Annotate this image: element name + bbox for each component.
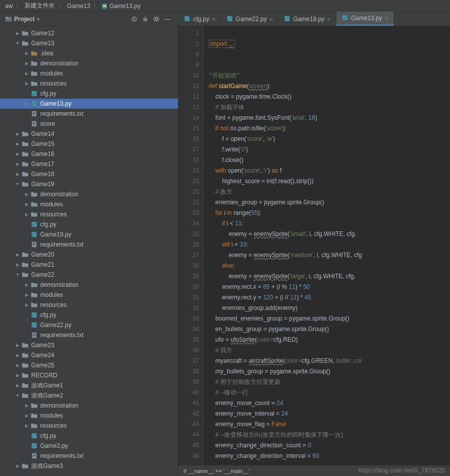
- code-line[interactable]: f.close(): [209, 155, 450, 166]
- expand-arrow-icon[interactable]: [14, 252, 21, 257]
- project-tree[interactable]: Game12Game13.ideademonstrationmodulesres…: [0, 26, 178, 476]
- expand-arrow-icon[interactable]: [23, 61, 30, 66]
- tree-node[interactable]: Game13.py: [0, 99, 178, 109]
- tree-node[interactable]: Game20: [0, 250, 178, 260]
- code-line[interactable]: import ...: [209, 39, 450, 49]
- code-line[interactable]: f = open('score', 'w'): [209, 134, 450, 144]
- tree-node[interactable]: cfg.py: [0, 310, 178, 320]
- tree-node[interactable]: Game13: [0, 38, 178, 48]
- tree-node[interactable]: requirements.txt: [0, 330, 178, 340]
- crumb-item[interactable]: 新建文件夹: [24, 2, 56, 10]
- expand-arrow-icon[interactable]: [14, 182, 21, 187]
- code-line[interactable]: enemy = enemySprite('small', i, cfg.WHIT…: [209, 229, 450, 240]
- expand-arrow-icon[interactable]: [23, 302, 30, 307]
- expand-arrow-icon[interactable]: [23, 413, 30, 418]
- tree-node[interactable]: 游戏Game2: [0, 390, 178, 401]
- code-line[interactable]: # 敌方: [209, 187, 450, 197]
- expand-arrow-icon[interactable]: [14, 172, 21, 177]
- code-line[interactable]: [209, 28, 450, 39]
- code-line[interactable]: # --改变移动方向(改变方向的同时集体下降一次): [209, 430, 450, 440]
- code-line[interactable]: enemy = enemySprite('medium', i, cfg.WHI…: [209, 250, 450, 261]
- code-line[interactable]: enemy.rect.y = 120 + (i // 11) * 45: [209, 292, 450, 303]
- expand-arrow-icon[interactable]: [23, 51, 30, 56]
- tree-node[interactable]: modules: [0, 68, 178, 78]
- tree-node[interactable]: requirements.txt: [0, 109, 178, 119]
- expand-arrow-icon[interactable]: [14, 31, 21, 36]
- tree-node[interactable]: resources: [0, 78, 178, 89]
- code-line[interactable]: en_bullets_group = pygame.sprite.Group(): [209, 324, 450, 335]
- code-line[interactable]: highest_score = int(f.read().strip()): [209, 176, 450, 187]
- expand-arrow-icon[interactable]: [23, 81, 30, 86]
- tree-node[interactable]: Game24: [0, 350, 178, 360]
- code-line[interactable]: boomed_enemies_group = pygame.sprite.Gro…: [209, 313, 450, 324]
- expand-arrow-icon[interactable]: [14, 383, 21, 388]
- expand-arrow-icon[interactable]: [14, 373, 21, 378]
- editor-tab[interactable]: Game22.py×: [221, 13, 279, 26]
- tree-node[interactable]: demonstration: [0, 58, 178, 68]
- tree-node[interactable]: 游戏Game1: [0, 380, 178, 390]
- tree-node[interactable]: Game23: [0, 340, 178, 350]
- code-line[interactable]: if not os.path.isfile('score'):: [209, 123, 450, 134]
- editor-tab[interactable]: cfg.py×: [178, 13, 221, 26]
- tree-node[interactable]: Game2.py: [0, 441, 178, 451]
- code-line[interactable]: if i < 11:: [209, 218, 450, 229]
- tree-node[interactable]: Game25: [0, 360, 178, 370]
- expand-arrow-icon[interactable]: [14, 393, 21, 398]
- tree-node[interactable]: requirements.txt: [0, 240, 178, 250]
- code-line[interactable]: ufo = ufoSprite(color=cfg.RED): [209, 335, 450, 345]
- minimize-icon[interactable]: —: [162, 14, 173, 25]
- tree-node[interactable]: requirements.txt: [0, 451, 178, 461]
- tree-node[interactable]: modules: [0, 290, 178, 300]
- code-line[interactable]: enemy.rect.x = 85 + (i % 11) * 50: [209, 282, 450, 292]
- expand-arrow-icon[interactable]: [14, 131, 21, 136]
- expand-arrow-icon[interactable]: [23, 212, 30, 217]
- close-icon[interactable]: ×: [212, 16, 216, 23]
- tree-node[interactable]: Game22: [0, 270, 178, 280]
- tree-node[interactable]: demonstration: [0, 189, 178, 199]
- expand-arrow-icon[interactable]: [14, 272, 21, 277]
- code-line[interactable]: clock = pygame.time.Clock(): [209, 92, 450, 102]
- tree-node[interactable]: Game19: [0, 179, 178, 189]
- expand-arrow-icon[interactable]: [23, 101, 30, 106]
- tree-node[interactable]: 游戏Game3: [0, 461, 178, 471]
- code-line[interactable]: myaircraft = aircraftSprite(color=cfg.GR…: [209, 356, 450, 366]
- tree-node[interactable]: Game12: [0, 28, 178, 38]
- expand-arrow-icon[interactable]: [23, 282, 30, 287]
- expand-arrow-icon[interactable]: [14, 363, 21, 368]
- editor-tab[interactable]: Game19.py×: [279, 13, 336, 26]
- code-line[interactable]: # 用于控制敌方位置更新: [209, 377, 450, 387]
- code-line[interactable]: # --移动一行: [209, 387, 450, 398]
- tree-node[interactable]: demonstration: [0, 401, 178, 411]
- code-line[interactable]: enemy_move_interval = 24: [209, 409, 450, 419]
- expand-arrow-icon[interactable]: [14, 151, 21, 156]
- crumb-item[interactable]: aw: [4, 3, 14, 10]
- close-icon[interactable]: ×: [385, 15, 389, 22]
- code-line[interactable]: with open('score', 'r') as f:: [209, 166, 450, 176]
- tree-node[interactable]: Game16: [0, 149, 178, 159]
- code-line[interactable]: else:: [209, 261, 450, 271]
- code-line[interactable]: [209, 60, 450, 70]
- tree-node[interactable]: demonstration: [0, 280, 178, 290]
- tree-node[interactable]: modules: [0, 199, 178, 209]
- expand-arrow-icon[interactable]: [23, 202, 30, 207]
- tree-node[interactable]: modules: [0, 411, 178, 421]
- tree-node[interactable]: Game19.py: [0, 229, 178, 240]
- tree-node[interactable]: resources: [0, 421, 178, 431]
- expand-arrow-icon[interactable]: [14, 141, 21, 146]
- tree-node[interactable]: cfg.py: [0, 431, 178, 441]
- tree-node[interactable]: Game22.py: [0, 320, 178, 330]
- tree-node[interactable]: resources: [0, 300, 178, 310]
- tree-node[interactable]: RECORD: [0, 370, 178, 380]
- code-line[interactable]: enemy_change_direction_count = 0: [209, 440, 450, 451]
- code-line[interactable]: font = pygame.font.SysFont('arial', 18): [209, 113, 450, 123]
- code-line[interactable]: enemy_change_direction_interval = 60: [209, 451, 450, 461]
- expand-arrow-icon[interactable]: [23, 403, 30, 408]
- close-icon[interactable]: ×: [269, 16, 274, 23]
- crumb-item[interactable]: Game13.py: [108, 3, 141, 10]
- close-icon[interactable]: ×: [327, 16, 331, 23]
- code-editor[interactable]: 1289101112131415161718192021222324252627…: [178, 26, 450, 465]
- expand-arrow-icon[interactable]: [23, 292, 30, 297]
- editor-tab[interactable]: Game13.py×: [336, 12, 394, 26]
- tree-node[interactable]: Game17: [0, 159, 178, 169]
- tree-node[interactable]: Game21: [0, 260, 178, 270]
